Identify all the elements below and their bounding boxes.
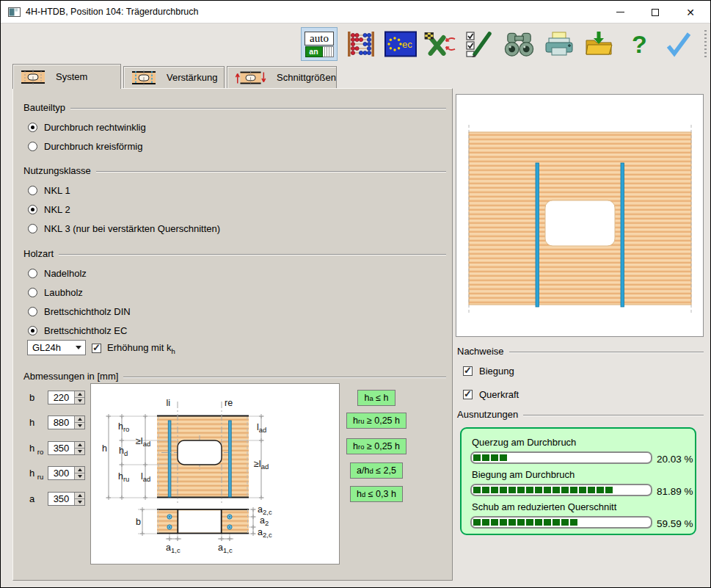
svg-text:li: li xyxy=(166,398,170,408)
spin-down-button[interactable] xyxy=(75,398,84,404)
utilization-value: 59.59 % xyxy=(657,518,695,529)
excel-export-button[interactable] xyxy=(423,27,456,61)
spin-down-button[interactable] xyxy=(75,449,84,454)
spin-down-button[interactable] xyxy=(75,423,84,429)
section-ausnutzungen: Ausnutzungen xyxy=(457,409,704,420)
checkbox-icon xyxy=(463,390,473,399)
print-button[interactable] xyxy=(542,27,575,61)
checkbox-icon xyxy=(463,366,473,376)
spin-up-button[interactable] xyxy=(75,391,84,398)
checkbox-erhoehung-kh[interactable]: Erhöhung mit kh xyxy=(92,342,175,355)
titlebar: 4H-HTDB, Position 104: Trägerdurchbruch … xyxy=(1,1,710,23)
timber-grade-select[interactable]: GL24h xyxy=(27,340,86,355)
svg-text:h: h xyxy=(102,443,107,454)
app-window: 4H-HTDB, Position 104: Trägerdurchbruch … xyxy=(0,0,711,588)
radio-nadelholz[interactable]: Nadelholz xyxy=(28,267,87,279)
condition-badge-hd: hd ≤ 0,3 h xyxy=(345,486,408,502)
checkmark-icon xyxy=(663,31,693,57)
system-panel: Bauteiltyp Durchbruch rechtwinklig Durch… xyxy=(12,88,453,581)
utilization-label: Biegung am Durchbruch xyxy=(472,469,575,480)
calculation-button[interactable] xyxy=(344,27,377,61)
eurocode-button[interactable]: ec xyxy=(384,27,417,61)
condition-badge-ha: ha ≤ h xyxy=(345,390,408,406)
input-hro[interactable] xyxy=(48,441,85,455)
h-value-input[interactable] xyxy=(48,416,74,429)
maximize-button[interactable] xyxy=(643,1,668,23)
beam-reinforcement-icon xyxy=(131,69,156,87)
radio-icon xyxy=(28,205,37,214)
help-button[interactable]: ? xyxy=(621,27,655,61)
spinner-buttons xyxy=(74,391,84,404)
minimize-icon xyxy=(616,12,624,12)
a-value-input[interactable] xyxy=(48,493,74,505)
checkbox-label: Erhöhung mit kh xyxy=(107,342,175,355)
svg-text:lad: lad xyxy=(141,471,150,483)
radio-durchbruch-kreisfoermig[interactable]: Durchbruch kreisförmig xyxy=(28,140,142,152)
spin-down-button[interactable] xyxy=(75,473,84,479)
input-h[interactable] xyxy=(48,415,85,429)
tab-schnittgroessen[interactable]: Schnittgrößen xyxy=(227,66,337,88)
close-icon: ✕ xyxy=(686,7,695,18)
field-label-b: b xyxy=(29,392,50,405)
section-title: Nachweise xyxy=(457,346,504,357)
hro-value-input[interactable] xyxy=(48,442,74,454)
divider xyxy=(509,352,704,352)
printer-icon xyxy=(543,31,575,57)
radio-nkl2[interactable]: NKL 2 xyxy=(28,203,70,215)
svg-text:?: ? xyxy=(632,30,647,58)
radio-durchbruch-rechtwinklig[interactable]: Durchbruch rechtwinklig xyxy=(28,121,146,133)
input-hru[interactable] xyxy=(48,466,85,480)
search-button[interactable] xyxy=(503,27,536,61)
beam-dimension-diagram: li re h hro hd hru ≥lad lad lad ≥lad b a… xyxy=(90,383,340,565)
binoculars-icon xyxy=(503,31,536,57)
spin-down-button[interactable] xyxy=(75,499,84,505)
window-title: 4H-HTDB, Position 104: Trägerdurchbruch xyxy=(26,1,199,23)
spin-up-button[interactable] xyxy=(75,493,84,499)
radio-nkl3[interactable]: NKL 3 (nur bei verstärkten Querschnitten… xyxy=(28,222,220,234)
eurocode-ec-icon: ec xyxy=(384,31,417,57)
tab-label: Verstärkung xyxy=(167,72,217,83)
tab-label: Schnittgrößen xyxy=(277,72,336,83)
input-b[interactable] xyxy=(48,391,85,404)
auto-an-toggle-button[interactable]: auto an xyxy=(301,27,338,61)
spin-up-button[interactable] xyxy=(75,442,84,449)
field-label-hru: h ru xyxy=(29,468,50,481)
spin-up-button[interactable] xyxy=(75,467,84,473)
radio-laubholz[interactable]: Laubholz xyxy=(28,286,83,298)
minimize-button[interactable] xyxy=(608,1,632,23)
checklist-button[interactable] xyxy=(463,27,496,61)
close-button[interactable]: ✕ xyxy=(678,1,703,23)
radio-brettschichtholz-din[interactable]: Brettschichtholz DIN xyxy=(28,305,131,317)
svg-text:ec: ec xyxy=(402,39,412,50)
checkbox-biegung[interactable]: Biegung xyxy=(463,366,514,377)
divider xyxy=(59,254,446,255)
section-bauteiltyp: Bauteiltyp xyxy=(23,102,446,113)
radio-nkl1[interactable]: NKL 1 xyxy=(28,184,70,196)
confirm-button[interactable] xyxy=(661,27,694,61)
section-title: Abmessungen in [mm] xyxy=(23,371,118,382)
spin-up-button[interactable] xyxy=(75,416,84,423)
radio-brettschichtholz-ec[interactable]: Brettschichtholz EC xyxy=(28,324,127,336)
hru-value-input[interactable] xyxy=(48,467,74,479)
utilization-bar-schub xyxy=(470,516,652,529)
svg-text:lad: lad xyxy=(257,422,266,434)
condition-badge-hro: hro ≥ 0,25 h xyxy=(345,438,408,454)
svg-text:a1,c: a1,c xyxy=(166,542,181,554)
toolbar-grip[interactable] xyxy=(704,30,707,59)
section-nachweise: Nachweise xyxy=(457,346,704,357)
spinner-buttons xyxy=(74,416,84,429)
checkbox-label: Biegung xyxy=(479,366,514,377)
b-value-input[interactable] xyxy=(48,391,74,404)
tab-verstaerkung[interactable]: Verstärkung xyxy=(123,66,225,88)
save-button[interactable] xyxy=(582,27,615,61)
tab-system[interactable]: System xyxy=(12,64,121,89)
auto-an-switch: an xyxy=(305,46,334,57)
tab-label: System xyxy=(56,71,87,82)
svg-text:a2: a2 xyxy=(260,515,269,527)
input-a[interactable] xyxy=(48,492,85,506)
checkbox-querkraft[interactable]: Querkraft xyxy=(463,389,519,400)
utilization-value: 20.03 % xyxy=(657,454,695,465)
spinner-buttons xyxy=(74,442,84,454)
radio-label: Durchbruch rechtwinklig xyxy=(44,122,146,133)
utilization-panel: Querzug am Durchbruch 20.03 % Biegung am… xyxy=(460,427,696,535)
